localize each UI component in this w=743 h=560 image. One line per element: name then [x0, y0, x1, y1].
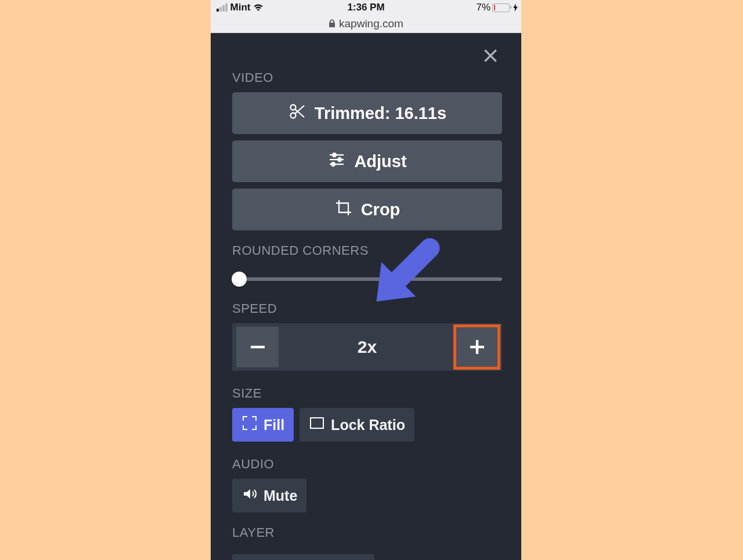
- crop-icon: [334, 198, 353, 221]
- status-right: 7%: [476, 2, 518, 13]
- mute-label: Mute: [264, 487, 297, 504]
- status-left: Mint: [217, 2, 264, 13]
- battery-percent: 7%: [476, 2, 490, 13]
- lock-ratio-button[interactable]: Lock Ratio: [300, 408, 414, 442]
- section-audio: AUDIO: [232, 457, 502, 472]
- cell-signal-icon: [217, 3, 228, 12]
- wifi-icon: [253, 3, 264, 12]
- carrier-label: Mint: [230, 2, 251, 13]
- lock-ratio-label: Lock Ratio: [331, 417, 405, 433]
- section-speed: SPEED: [232, 301, 502, 316]
- mute-button[interactable]: Mute: [232, 479, 306, 512]
- speed-value: 2x: [279, 337, 456, 357]
- clock: 1:36 PM: [347, 2, 384, 13]
- section-video: VIDEO: [232, 70, 502, 85]
- trim-button[interactable]: Trimmed: 16.11s: [232, 92, 502, 134]
- section-rounded: ROUNDED CORNERS: [232, 243, 502, 258]
- phone-frame: Mint 1:36 PM 7% kapwing.com VIDEO: [211, 0, 521, 560]
- speed-increase-button[interactable]: [456, 327, 498, 367]
- svg-rect-15: [311, 418, 323, 428]
- speed-decrease-button[interactable]: [236, 327, 279, 367]
- svg-point-11: [331, 162, 335, 166]
- rounded-corners-slider[interactable]: [232, 273, 502, 285]
- sliders-icon: [327, 150, 346, 173]
- scissors-icon: [288, 102, 306, 125]
- crop-label: Crop: [361, 200, 401, 219]
- settings-scroll: VIDEO Trimmed: 16.11s Adjust: [232, 62, 502, 560]
- adjust-label: Adjust: [354, 152, 406, 171]
- lock-icon: [329, 19, 336, 28]
- aspect-ratio-icon: [309, 415, 325, 435]
- svg-point-9: [338, 158, 341, 161]
- fill-button[interactable]: Fill: [232, 408, 294, 442]
- speed-control: 2x: [232, 323, 502, 371]
- url-text: kapwing.com: [339, 17, 403, 30]
- fill-label: Fill: [264, 417, 284, 433]
- status-bar: Mint 1:36 PM 7%: [211, 0, 521, 15]
- slider-knob[interactable]: [232, 272, 247, 287]
- browser-url-bar[interactable]: kapwing.com: [211, 15, 521, 33]
- section-size: SIZE: [232, 386, 502, 401]
- svg-point-7: [333, 153, 336, 157]
- section-layer: LAYER: [232, 525, 502, 540]
- bring-forward-button[interactable]: Bring Forward: [232, 554, 374, 560]
- charging-icon: [511, 3, 518, 12]
- fill-icon: [241, 415, 258, 435]
- trim-label: Trimmed: 16.11s: [315, 104, 446, 123]
- editor-panel: VIDEO Trimmed: 16.11s Adjust: [211, 33, 521, 560]
- speaker-icon: [241, 486, 258, 505]
- crop-button[interactable]: Crop: [232, 189, 502, 230]
- adjust-button[interactable]: Adjust: [232, 140, 502, 182]
- battery-icon: [492, 3, 510, 12]
